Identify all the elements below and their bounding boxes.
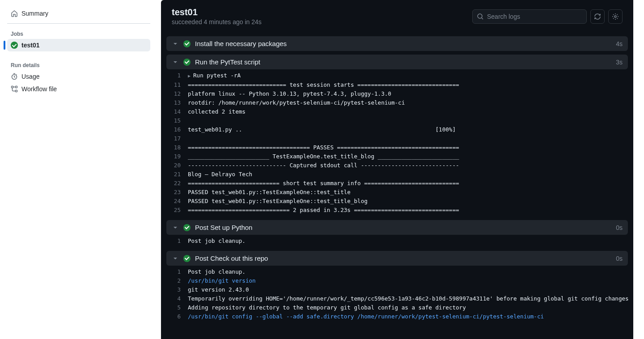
line-content: Adding repository directory to the tempo…	[188, 303, 628, 312]
step-title: Post Set up Python	[195, 224, 611, 231]
line-number: 25	[166, 206, 188, 215]
line-content: ________________________ TestExampleOne.…	[188, 152, 628, 161]
log-controls	[472, 9, 623, 24]
divider	[7, 23, 150, 24]
workflow-icon	[11, 85, 18, 93]
log-line: 1Post job cleanup.	[166, 267, 628, 276]
log-line: 22=========================== short test…	[166, 179, 628, 188]
sync-icon	[594, 13, 601, 20]
expand-triangle-icon[interactable]: ▶	[188, 73, 191, 78]
line-number: 12	[166, 89, 188, 98]
line-content: Blog – Delrayo Tech	[188, 170, 628, 179]
svg-rect-1	[12, 86, 13, 88]
success-icon	[183, 255, 191, 262]
log-line: 11============================= test ses…	[166, 81, 628, 89]
line-number: 1	[166, 237, 188, 246]
line-number: 24	[166, 197, 188, 206]
svg-point-5	[614, 16, 616, 17]
log-header: test01 succeeded 4 minutes ago in 24s	[161, 0, 633, 33]
log-line: 23PASSED test_web01.py::TestExampleOne::…	[166, 188, 628, 197]
line-number: 21	[166, 170, 188, 179]
line-content: Post job cleanup.	[188, 267, 628, 276]
line-content: platform linux -- Python 3.10.13, pytest…	[188, 89, 628, 98]
step-title: Run the PytTest script	[195, 58, 611, 66]
log-body: 1▶Run pytest -rA11======================…	[166, 69, 628, 216]
search-input[interactable]	[472, 9, 587, 24]
step-title: Install the necessary packages	[195, 40, 611, 47]
line-content: /usr/bin/git config --global --add safe.…	[188, 312, 628, 321]
log-line: 15	[166, 116, 628, 125]
line-content: =========================== short test s…	[188, 179, 628, 188]
rerun-button[interactable]	[590, 9, 605, 24]
line-content	[188, 134, 628, 143]
sidebar-workflow-file[interactable]: Workflow file	[7, 83, 150, 95]
line-content: /usr/bin/git version	[188, 276, 628, 285]
log-line: 1Post job cleanup.	[166, 237, 628, 246]
log-title-block: test01 succeeded 4 minutes ago in 24s	[172, 7, 262, 25]
log-line: 13rootdir: /home/runner/work/pytest-sele…	[166, 98, 628, 107]
step-title: Post Check out this repo	[195, 254, 611, 262]
line-content: rootdir: /home/runner/work/pytest-seleni…	[188, 98, 628, 107]
line-number: 14	[166, 107, 188, 116]
step-duration: 3s	[616, 59, 623, 66]
log-line: 19________________________ TestExampleOn…	[166, 152, 628, 161]
steps-container: Install the necessary packages4sRun the …	[161, 33, 633, 339]
chevron-down-icon	[172, 255, 179, 262]
log-line: 21Blog – Delrayo Tech	[166, 170, 628, 179]
svg-point-4	[478, 14, 482, 18]
gear-icon	[612, 13, 619, 20]
sidebar-summary[interactable]: Summary	[7, 7, 150, 20]
step-duration: 0s	[616, 224, 623, 231]
line-content: collected 2 items	[188, 107, 628, 116]
line-number: 18	[166, 143, 188, 152]
log-line: 17	[166, 134, 628, 143]
line-content: PASSED test_web01.py::TestExampleOne::te…	[188, 188, 628, 197]
step-header[interactable]: Install the necessary packages4s	[166, 36, 628, 51]
success-icon	[183, 40, 191, 47]
line-number: 1	[166, 71, 188, 81]
sidebar-job-item[interactable]: test01	[7, 39, 150, 51]
stopwatch-icon	[11, 73, 18, 80]
success-icon	[183, 59, 191, 66]
success-icon	[183, 224, 191, 231]
step-duration: 4s	[616, 40, 623, 47]
line-number: 3	[166, 285, 188, 294]
line-number: 20	[166, 161, 188, 170]
line-content: ==================================== PAS…	[188, 143, 628, 152]
step-header[interactable]: Post Check out this repo0s	[166, 251, 628, 266]
log-line: 1▶Run pytest -rA	[166, 71, 628, 81]
step-header[interactable]: Post Set up Python0s	[166, 220, 628, 235]
line-content: git version 2.43.0	[188, 285, 628, 294]
log-line: 14collected 2 items	[166, 107, 628, 116]
log-panel: test01 succeeded 4 minutes ago in 24s	[161, 0, 633, 339]
search-icon	[477, 13, 484, 20]
job-title: test01	[172, 7, 262, 17]
step-header[interactable]: Run the PytTest script3s	[166, 55, 628, 69]
usage-label: Usage	[21, 73, 39, 80]
line-content: test_web01.py .. [100%]	[188, 125, 628, 134]
search-wrap	[472, 9, 587, 24]
svg-rect-3	[16, 90, 17, 92]
line-number: 11	[166, 81, 188, 89]
line-number: 17	[166, 134, 188, 143]
settings-button[interactable]	[608, 9, 623, 24]
line-number: 13	[166, 98, 188, 107]
job-subtitle: succeeded 4 minutes ago in 24s	[172, 18, 262, 25]
step: Post Set up Python0s1Post job cleanup.	[166, 220, 628, 247]
sidebar-usage[interactable]: Usage	[7, 70, 150, 83]
line-content: ============================== 2 passed …	[188, 206, 628, 215]
log-line: 18==================================== P…	[166, 143, 628, 152]
sidebar-summary-label: Summary	[21, 10, 48, 17]
log-line: 2/usr/bin/git version	[166, 276, 628, 285]
log-line: 25============================== 2 passe…	[166, 206, 628, 215]
workflow-file-label: Workflow file	[21, 85, 57, 93]
chevron-down-icon	[172, 59, 179, 66]
step: Run the PytTest script3s1▶Run pytest -rA…	[166, 55, 628, 216]
line-content: ============================= test sessi…	[188, 81, 628, 89]
line-content: ▶Run pytest -rA	[188, 71, 628, 81]
chevron-down-icon	[172, 40, 179, 47]
line-number: 6	[166, 312, 188, 321]
log-line: 5Adding repository directory to the temp…	[166, 303, 628, 312]
log-line: 12platform linux -- Python 3.10.13, pyte…	[166, 89, 628, 98]
line-number: 16	[166, 125, 188, 134]
